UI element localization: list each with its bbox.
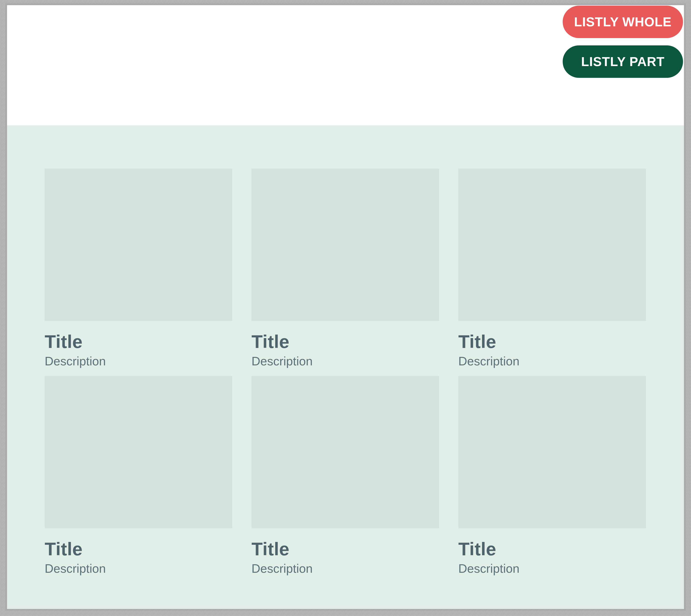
screenshot-stage: LISTLY WHOLE LISTLY PART Title Descripti… — [0, 0, 691, 616]
page-header: LISTLY WHOLE LISTLY PART — [7, 5, 684, 125]
card-description: Description — [45, 561, 232, 576]
header-badges: LISTLY WHOLE LISTLY PART — [563, 6, 683, 78]
card-description: Description — [45, 353, 232, 369]
card-grid: Title Description Title Description Titl… — [7, 125, 684, 576]
image-placeholder — [251, 376, 439, 528]
card-title: Title — [251, 331, 439, 352]
card-description: Description — [458, 561, 646, 576]
listly-part-label-prefix: LISTLY — [581, 54, 626, 69]
image-placeholder — [458, 169, 646, 321]
card[interactable]: Title Description — [45, 376, 232, 576]
image-placeholder — [45, 169, 232, 321]
card-title: Title — [458, 331, 646, 352]
listly-whole-label-suffix: WHOLE — [622, 14, 672, 29]
card[interactable]: Title Description — [251, 376, 439, 576]
card[interactable]: Title Description — [458, 169, 646, 369]
listly-part-label-suffix: PART — [629, 54, 665, 69]
card-title: Title — [45, 538, 232, 560]
card[interactable]: Title Description — [45, 169, 232, 369]
card-title: Title — [251, 538, 439, 560]
card-title: Title — [45, 331, 232, 352]
listly-part-button[interactable]: LISTLY PART — [563, 45, 683, 78]
card-description: Description — [251, 561, 439, 576]
listly-whole-label-prefix: LISTLY — [574, 14, 619, 29]
image-placeholder — [458, 376, 646, 528]
page: LISTLY WHOLE LISTLY PART Title Descripti… — [5, 3, 686, 611]
card[interactable]: Title Description — [458, 376, 646, 576]
image-placeholder — [45, 376, 232, 528]
listly-whole-button[interactable]: LISTLY WHOLE — [563, 6, 683, 38]
card[interactable]: Title Description — [251, 169, 439, 369]
content-area: Title Description Title Description Titl… — [7, 125, 684, 609]
card-title: Title — [458, 538, 646, 560]
image-placeholder — [251, 169, 439, 321]
card-description: Description — [458, 353, 646, 369]
card-description: Description — [251, 353, 439, 369]
